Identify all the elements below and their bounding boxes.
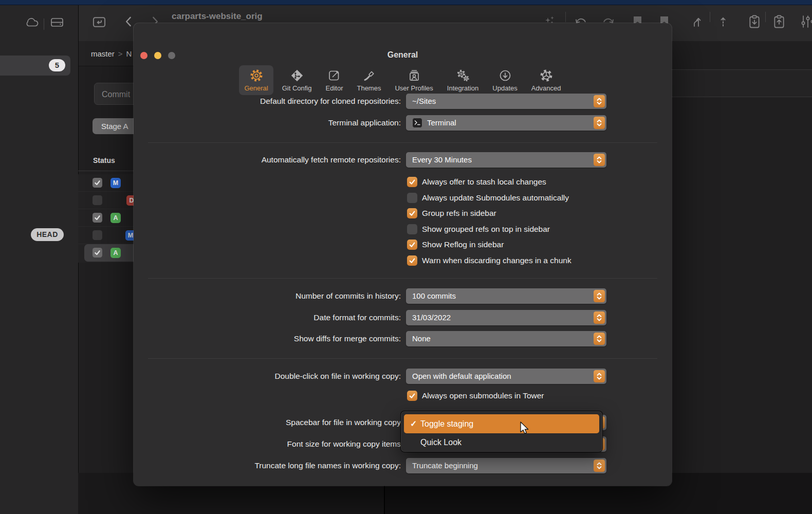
checkmark-icon: ✓ (410, 414, 417, 433)
menu-item-toggle-staging[interactable]: ✓ Toggle staging (404, 414, 599, 433)
toolbar-divider (765, 12, 766, 22)
field-label: Truncate long file names in working copy… (134, 458, 401, 473)
date-format-select[interactable]: 31/03/2022 (406, 310, 606, 325)
terminal-app-select[interactable]: Terminal (406, 115, 606, 131)
checkbox-row: Always update Submodules automatically (407, 192, 569, 204)
field-label: Terminal application: (134, 115, 401, 131)
tab-label: General (244, 84, 268, 92)
selected-value: Terminal (427, 118, 456, 127)
field-label: Number of commits in history: (134, 288, 401, 304)
tab-integration[interactable]: Integration (442, 65, 484, 95)
truncate-names-select[interactable]: Truncate beginning (406, 458, 606, 473)
divider (78, 171, 134, 171)
file-checkbox-unchecked[interactable] (93, 195, 102, 205)
mouse-cursor (518, 420, 530, 436)
field-label: Show diffs for merge commits: (134, 331, 401, 346)
popup-stepper-icon (594, 460, 605, 472)
count-badge: 5 (49, 59, 65, 71)
checkbox-label: Group refs in sidebar (422, 209, 496, 218)
screen: 5 HEAD carparts-website_orig (0, 0, 812, 514)
status-column-header[interactable]: Status (93, 156, 115, 164)
menu-item-label: Toggle staging (420, 419, 473, 428)
tab-label: Themes (357, 84, 381, 92)
checkbox-row: Always open submodules in Tower (407, 390, 544, 401)
grouped-refs-top-checkbox[interactable] (407, 224, 417, 234)
gear-icon (250, 69, 263, 82)
warn-discard-checkbox[interactable] (407, 255, 417, 266)
file-checkbox-checked[interactable] (93, 213, 102, 223)
status-badge: A (110, 213, 121, 223)
open-submodules-checkbox[interactable] (407, 391, 417, 401)
checkbox-label: Show Reflog in sidebar (422, 240, 504, 249)
form-row: Terminal application: Terminal (134, 115, 672, 131)
form-row: Number of commits in history: 100 commit… (134, 288, 672, 304)
submodules-auto-checkbox[interactable] (407, 193, 417, 203)
sidebar-item-selected[interactable]: 5 (0, 56, 70, 76)
working-copy-file-list: M D A M A (78, 174, 134, 263)
selected-value: None (412, 334, 431, 343)
cloned-directory-select[interactable]: ~/Sites (406, 94, 606, 109)
checkbox-row: Group refs in sidebar (407, 208, 496, 219)
reflog-checkbox[interactable] (407, 240, 417, 250)
tab-git-config[interactable]: Git Config (277, 65, 317, 95)
divider (148, 142, 657, 143)
breadcrumb-branch[interactable]: master (91, 49, 115, 58)
form-row: Truncate long file names in working copy… (134, 458, 672, 473)
paintbrush-icon (362, 69, 376, 82)
group-refs-checkbox[interactable] (407, 208, 417, 218)
dialog-title: General (134, 50, 672, 60)
tab-label: Integration (447, 84, 478, 92)
merge-icon[interactable] (690, 14, 704, 29)
commits-history-select[interactable]: 100 commits (406, 288, 606, 304)
popup-stepper-icon (594, 154, 605, 166)
tab-label: Git Config (282, 84, 312, 92)
field-label: Font size for working copy items (134, 436, 401, 452)
repo-icon[interactable] (92, 15, 106, 29)
tab-label: Updates (492, 84, 517, 92)
breadcrumb-next[interactable]: N (126, 49, 132, 58)
repo-title: carparts-website_orig (172, 11, 263, 22)
sidebar: 5 HEAD (0, 5, 79, 514)
download-circle-icon (499, 69, 512, 82)
sliders-icon[interactable] (800, 14, 812, 28)
field-label: Date format for commits: (134, 310, 401, 325)
popup-stepper-icon (594, 311, 605, 324)
menu-item-label: Quick Look (420, 438, 462, 447)
tab-themes[interactable]: Themes (352, 65, 386, 95)
divider (148, 278, 657, 279)
spacebar-action-menu: ✓ Toggle staging Quick Look (401, 411, 602, 452)
divider (148, 358, 657, 359)
tab-advanced[interactable]: Advanced (526, 65, 566, 95)
selected-value: 31/03/2022 (412, 313, 451, 322)
fetch-interval-select[interactable]: Every 30 Minutes (406, 152, 606, 168)
double-click-select[interactable]: Open with default application (406, 369, 606, 384)
double-gear-icon (456, 69, 470, 82)
form-row: Default directory for cloned repositorie… (134, 94, 672, 109)
drive-icon[interactable] (49, 15, 65, 29)
terminal-app-icon (412, 118, 422, 128)
stash-checkbox[interactable] (407, 177, 417, 187)
merge-diffs-select[interactable]: None (406, 331, 606, 346)
menu-item-quick-look[interactable]: Quick Look (404, 435, 599, 450)
selected-value: Truncate beginning (412, 461, 478, 470)
tab-user-profiles[interactable]: User Profiles (390, 65, 438, 95)
file-checkbox-checked[interactable] (93, 178, 102, 188)
file-checkbox-checked[interactable] (93, 248, 102, 258)
toolbar-divider (710, 12, 710, 22)
cloud-icon[interactable] (24, 15, 40, 29)
sidebar-icon-divider (44, 19, 44, 30)
tab-general[interactable]: General (239, 65, 273, 95)
file-checkbox-unchecked[interactable] (93, 230, 102, 240)
git-diamond-icon (290, 69, 304, 82)
breadcrumb-separator: > (118, 49, 123, 58)
cog-wheel-icon (540, 69, 553, 82)
checkbox-row: Always offer to stash local changes (407, 176, 546, 188)
selected-value: Every 30 Minutes (412, 155, 472, 164)
tab-updates[interactable]: Updates (487, 65, 522, 95)
stash-apply-icon[interactable] (772, 14, 786, 28)
tab-editor[interactable]: Editor (321, 65, 348, 95)
selected-value: 100 commits (412, 291, 456, 300)
field-label: Double-click on file in working copy: (134, 369, 401, 384)
stash-save-icon[interactable] (747, 14, 762, 28)
push-dashed-icon[interactable] (716, 14, 730, 29)
